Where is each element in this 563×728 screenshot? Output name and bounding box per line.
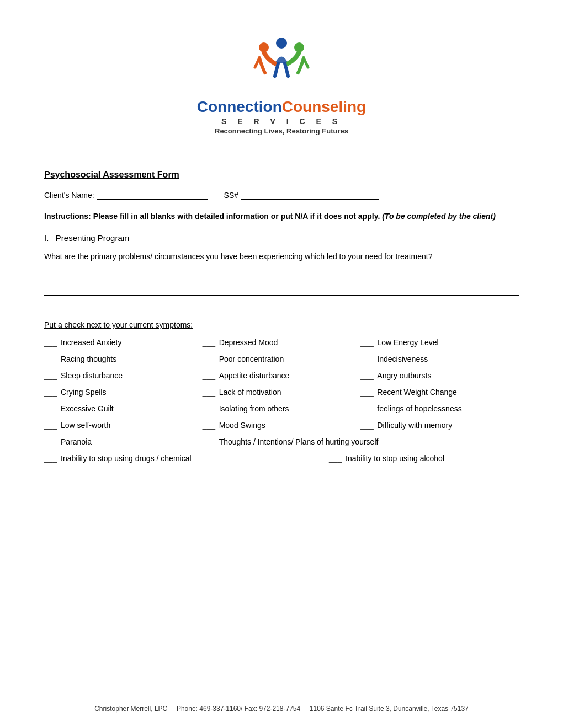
symptom-col: ___Poor concentration	[203, 355, 361, 363]
symptom-label: Angry outbursts	[377, 371, 431, 380]
symptom-check-icon[interactable]: ___	[44, 388, 60, 397]
section-i-header: I. Presenting Program	[44, 233, 519, 243]
ss-group: SS#	[224, 190, 379, 200]
footer-phone-label: Phone:	[177, 705, 198, 713]
client-name-field[interactable]	[97, 190, 208, 200]
logo-connection-text: Connection	[197, 98, 282, 115]
symptom-check-icon[interactable]: ___	[329, 454, 344, 463]
symptom-check-icon[interactable]: ___	[360, 421, 376, 430]
symptom-check-icon[interactable]: ___	[360, 371, 376, 380]
symptom-check-icon[interactable]: ___	[44, 371, 60, 380]
symptoms-grid: ___Increased Anxiety___Depressed Mood___…	[44, 338, 519, 463]
instructions-text: Instructions: Please fill in all blanks …	[44, 212, 380, 221]
date-field[interactable]	[431, 152, 519, 153]
symptom-label: Inability to stop using alcohol	[346, 454, 444, 463]
ss-field[interactable]	[241, 190, 379, 200]
symptom-label: Thoughts / Intentions/ Plans of hurting …	[219, 437, 379, 446]
primary-problems-text: What are the primary problems/ circumsta…	[44, 250, 519, 263]
symptom-label: Lack of motivation	[219, 388, 282, 397]
footer: Christopher Merrell, LPC Phone: 469-337-…	[22, 700, 541, 713]
symptom-check-icon[interactable]: ___	[44, 338, 60, 347]
symptom-col: ___Appetite disturbance	[203, 371, 361, 380]
symptom-check-icon[interactable]: ___	[44, 437, 60, 446]
symptom-label: Paranoia	[61, 437, 92, 446]
svg-line-6	[304, 58, 308, 67]
ss-label: SS#	[224, 191, 238, 200]
page: ConnectionCounseling S E R V I C E S Rec…	[0, 0, 563, 728]
answer-line-2[interactable]	[44, 283, 519, 296]
logo-counseling-text: Counseling	[282, 98, 366, 115]
symptom-check-icon[interactable]: ___	[203, 388, 218, 397]
symptom-label: Sleep disturbance	[61, 371, 123, 380]
footer-name: Christopher Merrell, LPC	[94, 705, 167, 713]
symptom-col: ___Racing thoughts	[44, 355, 203, 363]
symptom-col: ___Low self-worth	[44, 421, 203, 430]
symptom-label: Crying Spells	[61, 388, 106, 397]
symptom-label: Mood Swings	[219, 421, 265, 430]
symptom-label: Racing thoughts	[61, 355, 116, 363]
symptom-row-3: ___Crying Spells___Lack of motivation___…	[44, 388, 519, 397]
symptom-check-icon[interactable]: ___	[360, 355, 376, 363]
answer-line-3[interactable]	[44, 299, 77, 311]
symptom-col: ___Difficulty with memory	[360, 421, 519, 430]
client-info-line: Client's Name: SS#	[44, 190, 519, 200]
symptom-col: ___Isolating from others	[203, 404, 361, 413]
footer-phone: 469-337-1160/	[199, 705, 242, 713]
symptom-col: ___Low Energy Level	[360, 338, 519, 347]
instructions-block: Instructions: Please fill in all blanks …	[44, 211, 519, 222]
symptoms-header: Put a check next to your current symptom…	[44, 320, 519, 329]
symptom-col: ___Increased Anxiety	[44, 338, 203, 347]
symptom-col: ___Depressed Mood	[203, 338, 361, 347]
symptom-col: ___feelings of hopelessness	[360, 404, 519, 413]
symptom-check-icon[interactable]: ___	[203, 437, 218, 446]
symptom-check-icon[interactable]: ___	[203, 355, 218, 363]
svg-line-5	[255, 58, 259, 67]
symptom-col: ___Indecisiveness	[360, 355, 519, 363]
symptom-col: ___Sleep disturbance	[44, 371, 203, 380]
symptom-check-icon[interactable]: ___	[360, 404, 376, 413]
logo-tagline-text: Reconnecting Lives, Restoring Futures	[44, 127, 519, 135]
client-name-group: Client's Name:	[44, 190, 208, 200]
symptom-label: feelings of hopelessness	[377, 404, 461, 413]
symptom-label: Poor concentration	[219, 355, 284, 363]
symptom-label: Isolating from others	[219, 404, 289, 413]
logo-brand-name: ConnectionCounseling	[44, 98, 519, 116]
logo-area: ConnectionCounseling S E R V I C E S Rec…	[44, 33, 519, 135]
symptom-col: ___Inability to stop using drugs / chemi…	[44, 454, 282, 463]
symptom-row-4: ___Excessive Guilt___Isolating from othe…	[44, 404, 519, 413]
symptom-check-icon[interactable]: ___	[203, 421, 218, 430]
symptom-check-icon[interactable]: ___	[44, 404, 60, 413]
form-title: Psychosocial Assessment Form	[44, 170, 519, 180]
symptom-label: Inability to stop using drugs / chemical	[61, 454, 192, 463]
symptom-label: Indecisiveness	[377, 355, 428, 363]
symptom-check-icon[interactable]: ___	[203, 404, 218, 413]
symptom-col: ___Inability to stop using alcohol	[329, 454, 519, 463]
section-i-prefix: I.	[44, 233, 49, 243]
symptom-check-icon[interactable]: ___	[44, 355, 60, 363]
symptom-label: Depressed Mood	[219, 338, 278, 347]
symptom-check-icon[interactable]: ___	[203, 371, 218, 380]
symptom-label: Recent Weight Change	[377, 388, 457, 397]
symptom-label: Excessive Guilt	[61, 404, 114, 413]
symptom-check-icon[interactable]: ___	[44, 454, 60, 463]
symptom-label: Appetite disturbance	[219, 371, 290, 380]
symptom-label: Increased Anxiety	[61, 338, 122, 347]
symptom-row-5: ___Low self-worth___Mood Swings___Diffic…	[44, 421, 519, 430]
instructions-italic: (To be completed by the client)	[382, 212, 496, 221]
symptom-row-7: ___Inability to stop using drugs / chemi…	[44, 454, 519, 463]
answer-line-1[interactable]	[44, 268, 519, 280]
symptom-check-icon[interactable]: ___	[203, 338, 218, 347]
symptom-col: ___Lack of motivation	[203, 388, 361, 397]
symptom-col: ___Angry outbursts	[360, 371, 519, 380]
logo-icon	[237, 33, 326, 94]
symptom-row-2: ___Sleep disturbance___Appetite disturba…	[44, 371, 519, 380]
symptom-check-icon[interactable]: ___	[360, 388, 376, 397]
symptom-check-icon[interactable]: ___	[360, 338, 376, 347]
symptom-col: ___Thoughts / Intentions/ Plans of hurti…	[203, 437, 519, 446]
symptom-check-icon[interactable]: ___	[44, 421, 60, 430]
symptom-label: Low Energy Level	[377, 338, 438, 347]
client-name-label: Client's Name:	[44, 191, 94, 200]
svg-point-0	[276, 38, 287, 49]
symptom-col: ___Paranoia	[44, 437, 203, 446]
footer-fax: 972-218-7754	[259, 705, 300, 713]
